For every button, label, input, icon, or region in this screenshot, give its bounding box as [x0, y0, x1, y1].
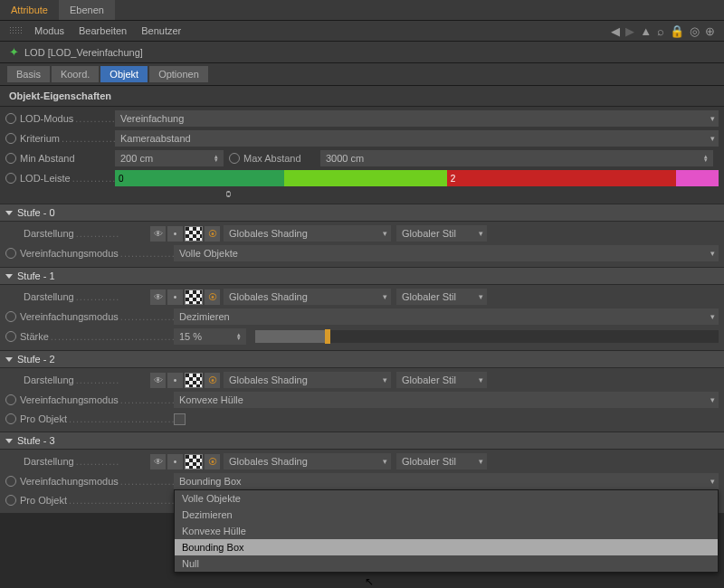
- field-stil-2[interactable]: Globaler Stil▾: [396, 372, 487, 388]
- dropdown-menu-vereinf-3: Volle Objekte Dezimieren Konvexe Hülle B…: [174, 489, 719, 573]
- menu-bearbeiten[interactable]: Bearbeiten: [71, 24, 134, 38]
- menu-item-null[interactable]: Null: [175, 555, 718, 572]
- menu-item-bounding-box[interactable]: Bounding Box: [175, 539, 718, 555]
- object-path: LOD [LOD_Vereinfachung]: [24, 47, 143, 58]
- checker-icon[interactable]: [185, 226, 203, 242]
- section-title: Objekt-Eigenschaften: [0, 86, 724, 107]
- target-icon[interactable]: [205, 373, 220, 388]
- target-icon[interactable]: [205, 226, 220, 242]
- new-icon[interactable]: ⊕: [705, 24, 715, 38]
- label-darstellung-1: Darstellung: [24, 291, 119, 302]
- subtab-optionen[interactable]: Optionen: [149, 66, 208, 82]
- lock-icon[interactable]: 🔒: [670, 24, 684, 38]
- label-vereinf-1: Vereinfachungsmodus: [20, 311, 174, 322]
- group-header-stufe-0[interactable]: Stufe - 0: [0, 204, 724, 222]
- label-darstellung-0: Darstellung: [24, 228, 119, 239]
- search-icon[interactable]: ⌕: [657, 24, 664, 38]
- label-vereinf-0: Vereinfachungsmodus: [20, 248, 174, 259]
- field-staerke-1[interactable]: 15 % ▴▾: [174, 328, 246, 345]
- field-vereinf-2[interactable]: Konvexe Hülle▾: [174, 392, 719, 408]
- label-kriterium: Kriterium: [20, 133, 115, 144]
- forward-icon[interactable]: ▶: [625, 24, 634, 38]
- label-vereinf-2: Vereinfachungsmodus: [20, 394, 174, 405]
- label-proobj-2: Pro Objekt: [20, 413, 174, 424]
- dot-icon[interactable]: •: [167, 373, 183, 388]
- radio-max-abstand[interactable]: [229, 153, 240, 164]
- field-min-abstand[interactable]: 200 cm ▴▾: [115, 150, 224, 166]
- menu-benutzer[interactable]: Benutzer: [134, 24, 188, 38]
- radio-min-abstand[interactable]: [5, 153, 16, 164]
- grip-icon: [9, 26, 22, 35]
- spinner-icon[interactable]: ▴▾: [214, 155, 218, 162]
- label-vereinf-3: Vereinfachungsmodus: [20, 476, 174, 487]
- checker-icon[interactable]: [185, 289, 203, 305]
- eye-icon[interactable]: [150, 289, 166, 305]
- group-header-stufe-3[interactable]: Stufe - 3: [0, 432, 724, 450]
- spinner-icon[interactable]: ▴▾: [704, 155, 708, 162]
- label-lod-modus: LOD-Modus: [20, 113, 115, 124]
- checker-icon[interactable]: [185, 454, 203, 469]
- slider-staerke-1[interactable]: [255, 330, 719, 343]
- dot-icon[interactable]: •: [167, 226, 183, 242]
- subtab-basis[interactable]: Basis: [7, 66, 50, 82]
- eye-icon[interactable]: [150, 373, 166, 388]
- radio-vereinf-2[interactable]: [5, 394, 16, 405]
- lod-bar[interactable]: 0 2: [115, 170, 719, 186]
- field-shading-2[interactable]: Globales Shading▾: [224, 372, 391, 388]
- menu-modus[interactable]: Modus: [27, 24, 71, 38]
- field-vereinf-3[interactable]: Bounding Box▾ Volle Objekte Dezimieren K…: [174, 473, 719, 489]
- field-stil-3[interactable]: Globaler Stil▾: [396, 453, 487, 469]
- up-icon[interactable]: ▲: [640, 24, 652, 38]
- radio-lod-modus[interactable]: [5, 113, 16, 124]
- field-vereinf-1[interactable]: Dezimieren▾: [174, 308, 719, 325]
- checkbox-proobj-2[interactable]: [174, 413, 186, 425]
- field-vereinf-0[interactable]: Volle Objekte▾: [174, 245, 719, 261]
- leaf-icon: ✦: [9, 45, 19, 59]
- menu-item-volle-objekte[interactable]: Volle Objekte: [175, 490, 718, 507]
- radio-vereinf-1[interactable]: [5, 311, 16, 322]
- label-min-abstand: Min Abstand: [20, 153, 115, 164]
- target-icon[interactable]: [205, 289, 220, 305]
- camera-marker-icon: ⧮: [0, 188, 724, 202]
- radio-vereinf-0[interactable]: [5, 248, 16, 259]
- field-shading-1[interactable]: Globales Shading▾: [224, 289, 391, 305]
- field-stil-1[interactable]: Globaler Stil▾: [396, 289, 487, 305]
- field-kriterium[interactable]: Kameraabstand▾: [115, 130, 719, 147]
- group-header-stufe-2[interactable]: Stufe - 2: [0, 350, 724, 368]
- radio-vereinf-3[interactable]: [5, 476, 16, 487]
- radio-lod-leiste[interactable]: [5, 173, 16, 184]
- tab-ebenen[interactable]: Ebenen: [59, 0, 115, 20]
- label-max-abstand: Max Abstand: [243, 153, 320, 164]
- label-darstellung-3: Darstellung: [24, 456, 119, 467]
- target-icon[interactable]: ◎: [690, 24, 700, 38]
- field-stil-0[interactable]: Globaler Stil▾: [396, 225, 487, 242]
- field-max-abstand[interactable]: 3000 cm ▴▾: [320, 150, 713, 166]
- group-header-stufe-1[interactable]: Stufe - 1: [0, 267, 724, 285]
- field-shading-3[interactable]: Globales Shading▾: [224, 453, 391, 469]
- radio-proobj-3[interactable]: [5, 495, 16, 506]
- dot-icon[interactable]: •: [167, 454, 183, 469]
- subtab-koord[interactable]: Koord.: [52, 66, 99, 82]
- label-lod-leiste: LOD-Leiste: [20, 173, 115, 184]
- radio-staerke-1[interactable]: [5, 331, 16, 342]
- label-darstellung-2: Darstellung: [24, 375, 119, 385]
- dot-icon[interactable]: •: [167, 289, 183, 305]
- back-icon[interactable]: ◀: [611, 24, 620, 38]
- radio-kriterium[interactable]: [5, 133, 16, 144]
- radio-proobj-2[interactable]: [5, 413, 16, 424]
- field-shading-0[interactable]: Globales Shading▾: [224, 225, 391, 242]
- eye-icon[interactable]: [150, 226, 166, 242]
- chevron-down-icon: ▾: [710, 114, 715, 123]
- eye-icon[interactable]: [150, 454, 166, 469]
- field-lod-modus[interactable]: Vereinfachung▾: [115, 110, 719, 127]
- chevron-down-icon: ▾: [710, 134, 715, 143]
- menu-item-konvexe-huelle[interactable]: Konvexe Hülle: [175, 523, 718, 539]
- label-staerke-1: Stärke: [20, 331, 174, 342]
- checker-icon[interactable]: [185, 373, 203, 388]
- menu-item-dezimieren[interactable]: Dezimieren: [175, 507, 718, 523]
- target-icon[interactable]: [205, 454, 220, 469]
- tab-attribute[interactable]: Attribute: [0, 0, 59, 20]
- cursor-icon: ↖: [365, 575, 374, 588]
- subtab-objekt[interactable]: Objekt: [100, 66, 148, 82]
- label-proobj-3: Pro Objekt: [20, 495, 174, 506]
